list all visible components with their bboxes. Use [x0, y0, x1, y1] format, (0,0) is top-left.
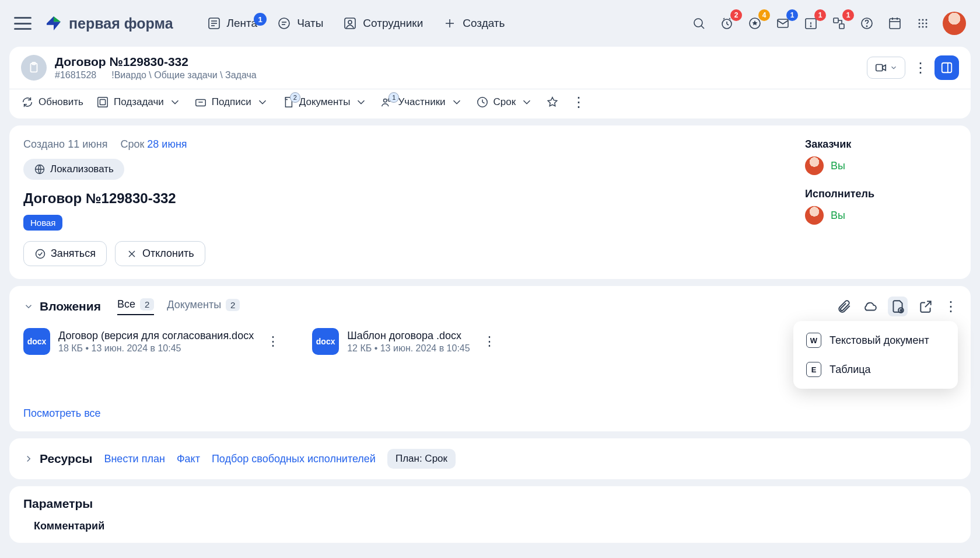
popover-text-document[interactable]: WТекстовый документ: [798, 326, 953, 355]
task-big-title: Договор №129830-332: [23, 190, 782, 207]
members-button[interactable]: 1Участники: [380, 96, 463, 109]
file-name: Шаблон договора .docx: [347, 330, 470, 342]
calendar-icon[interactable]: [887, 15, 903, 32]
due-button[interactable]: Срок: [476, 96, 534, 109]
take-button[interactable]: Заняться: [23, 241, 107, 266]
svg-point-24: [866, 26, 867, 26]
file-ext: docx: [312, 328, 339, 355]
see-all-link[interactable]: Посмотреть все: [23, 407, 101, 420]
star-ring-icon[interactable]: 4: [747, 15, 763, 32]
menu-icon[interactable]: [14, 17, 32, 30]
user-avatar[interactable]: [943, 12, 966, 35]
clipboard-icon: [21, 55, 47, 81]
reject-button[interactable]: Отклонить: [115, 241, 205, 266]
file-meta: 12 КБ • 13 июн. 2024 в 10:45: [347, 343, 470, 354]
svg-rect-43: [98, 97, 108, 107]
workflow-icon[interactable]: 1: [831, 15, 847, 32]
resources-toggle[interactable]: Ресурсы: [23, 452, 92, 466]
panel-toggle-button[interactable]: [935, 55, 959, 80]
star-badge: 4: [758, 9, 770, 21]
due-label: Срок: [120, 138, 144, 150]
svg-rect-17: [778, 19, 788, 27]
logo[interactable]: первая форма: [44, 14, 173, 33]
topbar-right: 2 4 1 1 1: [691, 12, 966, 35]
attachments-more-icon[interactable]: ⋮: [944, 299, 957, 313]
main-card: Создано 11 июня Срок 28 июня Локализоват…: [9, 125, 971, 279]
nav-create[interactable]: Создать: [439, 16, 508, 30]
clock-icon[interactable]: 2: [719, 15, 735, 32]
nav-chats[interactable]: Чаты: [274, 16, 327, 30]
toolbar-more-icon[interactable]: ⋮: [572, 95, 584, 109]
help-icon[interactable]: [859, 15, 875, 32]
params-title: Параметры: [23, 497, 957, 511]
calendar-alert-icon[interactable]: 1: [803, 15, 819, 32]
executor-label: Исполнитель: [805, 188, 957, 200]
subtasks-button[interactable]: Подзадачи: [96, 96, 181, 109]
mail-icon[interactable]: 1: [775, 15, 791, 32]
nav-feed-badge: 1: [254, 13, 267, 26]
fact-link[interactable]: Факт: [177, 453, 200, 465]
svg-point-11: [694, 19, 702, 27]
star-button[interactable]: [546, 96, 559, 109]
docs-badge: 2: [290, 92, 300, 103]
svg-point-34: [926, 23, 928, 25]
external-link-icon[interactable]: [918, 299, 933, 314]
svg-point-33: [922, 23, 924, 25]
pick-link[interactable]: Подбор свободных исполнителей: [212, 453, 376, 465]
plan-link[interactable]: Внести план: [104, 453, 164, 465]
new-document-icon[interactable]: [888, 297, 908, 316]
due-date[interactable]: 28 июня: [147, 138, 187, 150]
svg-point-8: [348, 20, 352, 24]
svg-point-37: [926, 26, 928, 28]
attachments-toggle[interactable]: Вложения: [23, 299, 101, 313]
tab-all[interactable]: Все2: [117, 298, 154, 315]
tab-documents[interactable]: Документы2: [167, 298, 240, 315]
nav-feed[interactable]: Лента 1: [204, 16, 261, 30]
topbar: первая форма Лента 1 Чаты Сотрудники Соз…: [9, 0, 971, 47]
task-header: Договор №129830-332 #1681528 !Виардо \ О…: [9, 47, 971, 89]
localize-button[interactable]: Локализовать: [23, 159, 124, 180]
apps-icon[interactable]: [915, 15, 931, 32]
svg-rect-7: [345, 18, 355, 29]
status-badge: Новая: [23, 215, 62, 231]
popover-sheet[interactable]: EТаблица: [798, 355, 953, 384]
task-more-icon[interactable]: ⋮: [914, 61, 926, 75]
svg-rect-22: [839, 24, 844, 29]
nav-feed-label: Лента: [227, 17, 258, 30]
file-name: Договор (версия для согласования.docx: [58, 330, 254, 342]
svg-point-31: [926, 19, 928, 21]
nav-staff[interactable]: Сотрудники: [340, 16, 426, 30]
nav-create-label: Создать: [463, 17, 505, 30]
file-meta: 18 КБ • 13 июн. 2024 в 10:45: [58, 343, 254, 354]
task-breadcrumb[interactable]: !Виардо \ Общие задачи \ Задача: [111, 70, 257, 81]
created-label: Создано 11 июня: [23, 138, 107, 151]
file-more-icon[interactable]: ⋮: [262, 335, 283, 348]
customer-row[interactable]: Вы: [805, 156, 957, 175]
file-item[interactable]: docx Шаблон договора .docx12 КБ • 13 июн…: [312, 328, 499, 355]
svg-rect-40: [876, 65, 883, 71]
attach-icon[interactable]: [836, 299, 852, 314]
nav-staff-label: Сотрудники: [363, 17, 423, 30]
task-card: Договор №129830-332 #1681528 !Виардо \ О…: [9, 47, 971, 118]
search-icon[interactable]: [691, 15, 707, 32]
svg-point-35: [919, 26, 921, 28]
nav-chats-label: Чаты: [297, 17, 323, 30]
sign-button[interactable]: Подписи: [194, 96, 269, 109]
file-item[interactable]: docx Договор (версия для согласования.do…: [23, 328, 283, 355]
svg-rect-21: [834, 18, 838, 23]
refresh-button[interactable]: Обновить: [21, 96, 83, 109]
clock-badge: 2: [730, 9, 742, 21]
svg-point-46: [384, 99, 387, 103]
executor-row[interactable]: Вы: [805, 206, 957, 225]
svg-point-52: [36, 249, 45, 258]
avatar: [805, 156, 824, 175]
svg-point-20: [810, 26, 811, 26]
cloud-icon[interactable]: [862, 299, 877, 314]
file-more-icon[interactable]: ⋮: [478, 335, 499, 348]
svg-point-29: [919, 19, 921, 21]
task-id: #1681528: [55, 70, 96, 81]
create-document-popover: WТекстовый документ EТаблица: [793, 321, 958, 389]
video-button[interactable]: [867, 57, 905, 79]
svg-point-36: [922, 26, 924, 28]
documents-button[interactable]: 2Документы: [282, 96, 368, 109]
